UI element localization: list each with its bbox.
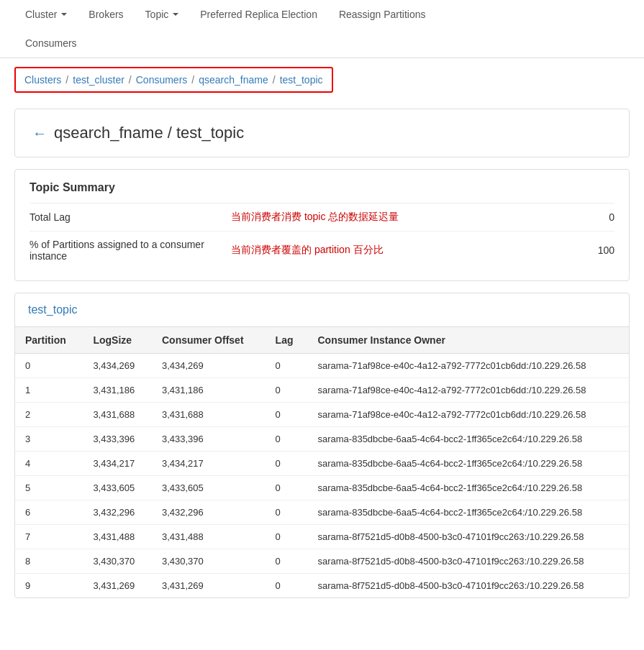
nav-cluster[interactable]: Cluster (14, 0, 78, 29)
page-title-text: qsearch_fname / test_topic (54, 124, 244, 142)
topic-section-title: test_topic (15, 293, 629, 327)
table-row: 6 3,432,296 3,432,296 0 sarama-835dbcbe-… (15, 500, 629, 525)
cell-partition-4: 4 (15, 452, 83, 476)
topic-table-section: test_topic Partition LogSize Consumer Of… (14, 293, 630, 598)
breadcrumb-sep-4: / (273, 74, 276, 86)
col-partition: Partition (15, 327, 83, 354)
nav-consumers[interactable]: Consumers (14, 29, 88, 58)
cell-lag-4: 0 (266, 452, 308, 476)
breadcrumb-test-topic[interactable]: test_topic (280, 74, 323, 86)
cell-lag-9: 0 (266, 574, 308, 598)
cell-logsize-8: 3,430,370 (83, 549, 152, 574)
summary-value-partitions: 100 (571, 244, 614, 256)
table-row: 3 3,433,396 3,433,396 0 sarama-835dbcbe-… (15, 427, 629, 452)
breadcrumb-consumers[interactable]: Consumers (136, 74, 188, 86)
back-arrow-icon[interactable]: ← (32, 125, 47, 142)
cell-consumer-offset-8: 3,430,370 (152, 549, 266, 574)
nav-topic[interactable]: Topic (135, 0, 190, 29)
table-header-row: Partition LogSize Consumer Offset Lag Co… (15, 327, 629, 354)
cell-owner-1: sarama-71af98ce-e40c-4a12-a792-7772c01cb… (308, 378, 630, 403)
cell-lag-2: 0 (266, 403, 308, 427)
table-row: 8 3,430,370 3,430,370 0 sarama-8f7521d5-… (15, 549, 629, 574)
cell-partition-7: 7 (15, 525, 83, 549)
page-title: ← qsearch_fname / test_topic (32, 124, 612, 142)
breadcrumb-test-cluster[interactable]: test_cluster (73, 74, 124, 86)
cell-owner-7: sarama-8f7521d5-d0b8-4500-b3c0-47101f9cc… (308, 525, 630, 549)
summary-value-total-lag: 0 (571, 211, 614, 223)
breadcrumb-sep-3: / (191, 74, 194, 86)
cell-owner-6: sarama-835dbcbe-6aa5-4c64-bcc2-1ff365ce2… (308, 500, 630, 525)
navbar-row-1: Cluster Brokers Topic Preferred Replica … (14, 0, 630, 29)
summary-desc-total-lag: 当前消费者消费 topic 总的数据延迟量 (231, 211, 571, 224)
table-row: 1 3,431,186 3,431,186 0 sarama-71af98ce-… (15, 378, 629, 403)
breadcrumb: Clusters / test_cluster / Consumers / qs… (14, 67, 333, 93)
breadcrumb-sep-1: / (65, 74, 68, 86)
cell-lag-0: 0 (266, 354, 308, 378)
cell-lag-5: 0 (266, 476, 308, 500)
cell-lag-3: 0 (266, 427, 308, 452)
cell-consumer-offset-5: 3,433,605 (152, 476, 266, 500)
breadcrumb-clusters[interactable]: Clusters (24, 74, 61, 86)
cell-owner-0: sarama-71af98ce-e40c-4a12-a792-7772c01cb… (308, 354, 630, 378)
cell-logsize-9: 3,431,269 (83, 574, 152, 598)
cell-partition-9: 9 (15, 574, 83, 598)
nav-cluster-caret (61, 13, 67, 16)
nav-consumers-label: Consumers (25, 37, 77, 49)
nav-topic-caret (173, 13, 178, 16)
cell-consumer-offset-1: 3,431,186 (152, 378, 266, 403)
topic-summary-section: Topic Summary Total Lag 当前消费者消费 topic 总的… (14, 169, 630, 281)
table-row: 0 3,434,269 3,434,269 0 sarama-71af98ce-… (15, 354, 629, 378)
cell-lag-7: 0 (266, 525, 308, 549)
nav-reassign-partitions[interactable]: Reassign Partitions (328, 0, 437, 29)
cell-owner-4: sarama-835dbcbe-6aa5-4c64-bcc2-1ff365ce2… (308, 452, 630, 476)
cell-lag-6: 0 (266, 500, 308, 525)
table-row: 2 3,431,688 3,431,688 0 sarama-71af98ce-… (15, 403, 629, 427)
cell-consumer-offset-7: 3,431,488 (152, 525, 266, 549)
summary-row-total-lag: Total Lag 当前消费者消费 topic 总的数据延迟量 0 (30, 203, 614, 231)
nav-preferred-replica-label: Preferred Replica Election (200, 9, 317, 20)
nav-reassign-partitions-label: Reassign Partitions (339, 9, 426, 20)
nav-brokers[interactable]: Brokers (78, 0, 134, 29)
cell-logsize-6: 3,432,296 (83, 500, 152, 525)
col-lag: Lag (266, 327, 308, 354)
summary-label-partitions: % of Partitions assigned to a consumer i… (30, 239, 231, 262)
col-owner: Consumer Instance Owner (308, 327, 630, 354)
cell-consumer-offset-0: 3,434,269 (152, 354, 266, 378)
breadcrumb-qsearch-fname[interactable]: qsearch_fname (199, 74, 268, 86)
cell-lag-8: 0 (266, 549, 308, 574)
cell-logsize-7: 3,431,488 (83, 525, 152, 549)
col-consumer-offset: Consumer Offset (152, 327, 266, 354)
summary-desc-partitions: 当前消费者覆盖的 partition 百分比 (231, 244, 571, 257)
partition-table: Partition LogSize Consumer Offset Lag Co… (15, 327, 629, 598)
topic-summary-heading: Topic Summary (30, 181, 614, 194)
table-row: 4 3,434,217 3,434,217 0 sarama-835dbcbe-… (15, 452, 629, 476)
cell-owner-2: sarama-71af98ce-e40c-4a12-a792-7772c01cb… (308, 403, 630, 427)
navbar-row-2: Consumers (14, 29, 630, 58)
table-row: 7 3,431,488 3,431,488 0 sarama-8f7521d5-… (15, 525, 629, 549)
cell-consumer-offset-9: 3,431,269 (152, 574, 266, 598)
cell-logsize-1: 3,431,186 (83, 378, 152, 403)
summary-row-partitions: % of Partitions assigned to a consumer i… (30, 231, 614, 269)
cell-consumer-offset-4: 3,434,217 (152, 452, 266, 476)
cell-partition-1: 1 (15, 378, 83, 403)
cell-logsize-4: 3,434,217 (83, 452, 152, 476)
cell-consumer-offset-3: 3,433,396 (152, 427, 266, 452)
table-row: 9 3,431,269 3,431,269 0 sarama-8f7521d5-… (15, 574, 629, 598)
cell-logsize-2: 3,431,688 (83, 403, 152, 427)
cell-consumer-offset-2: 3,431,688 (152, 403, 266, 427)
cell-owner-3: sarama-835dbcbe-6aa5-4c64-bcc2-1ff365ce2… (308, 427, 630, 452)
cell-partition-2: 2 (15, 403, 83, 427)
cell-owner-5: sarama-835dbcbe-6aa5-4c64-bcc2-1ff365ce2… (308, 476, 630, 500)
cell-partition-5: 5 (15, 476, 83, 500)
cell-owner-8: sarama-8f7521d5-d0b8-4500-b3c0-47101f9cc… (308, 549, 630, 574)
page-title-section: ← qsearch_fname / test_topic (14, 109, 630, 157)
col-logsize: LogSize (83, 327, 152, 354)
nav-preferred-replica[interactable]: Preferred Replica Election (189, 0, 328, 29)
breadcrumb-sep-2: / (129, 74, 132, 86)
nav-cluster-label: Cluster (25, 9, 57, 20)
cell-logsize-0: 3,434,269 (83, 354, 152, 378)
navbar: Cluster Brokers Topic Preferred Replica … (0, 0, 644, 58)
cell-logsize-5: 3,433,605 (83, 476, 152, 500)
cell-logsize-3: 3,433,396 (83, 427, 152, 452)
summary-label-total-lag: Total Lag (30, 211, 231, 223)
